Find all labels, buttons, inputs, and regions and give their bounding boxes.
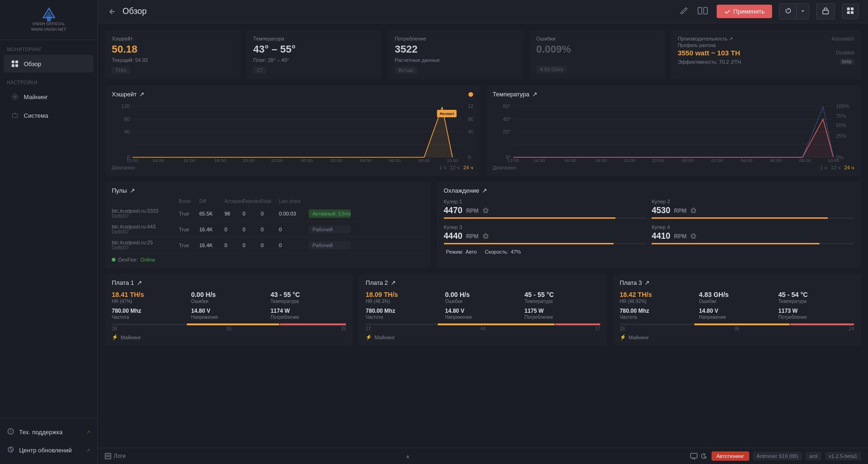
pool-headers: Boost Diff Accepted Rejected Stale Last … — [112, 199, 424, 206]
charts-row: Хэшрейт ↗ 120 80 40 — [105, 85, 861, 176]
aml-badge: aml — [806, 452, 821, 460]
cooling-mode: Режим:Авто Скорость:47% — [444, 249, 854, 255]
sidebar-item-mining[interactable]: Майнинг — [4, 88, 94, 106]
logs-button[interactable]: Логи — [105, 453, 126, 459]
header-icons — [678, 5, 710, 18]
hashrate-unit: TH/s — [112, 67, 130, 74]
sidebar-item-overview[interactable]: Обзор — [4, 55, 94, 73]
footer: Логи ▲ Автотюнинг Antminer S19 (88) aml … — [98, 448, 868, 464]
back-button[interactable] — [107, 7, 115, 16]
board-1-freq: 780.00 Mhz Частота 14.80 V Напряжение 11… — [112, 308, 346, 320]
sidebar-item-support[interactable]: ? Тех. поддержка ↗ — [0, 423, 97, 441]
updates-label: Центр обновлений — [19, 447, 72, 454]
grid-view-button[interactable] — [842, 4, 859, 19]
svg-rect-3 — [12, 61, 14, 63]
consumption-value: 3522 — [395, 43, 517, 55]
svg-text:80: 80 — [124, 117, 129, 122]
svg-text:08:00: 08:00 — [418, 158, 430, 162]
board-2-freq: 780.00 Mhz Частота 14.80 V Напряжение 11… — [366, 308, 600, 320]
board-3-bar: 28 36 24 — [620, 323, 854, 331]
lightning-icon: ⚡ — [112, 334, 118, 340]
fans-grid: Кулер 1 4470 RPM ✿ Кулер 2 — [444, 199, 854, 244]
hashrate-range-buttons: 1 ч 12 ч 24 ч — [439, 165, 473, 170]
svg-rect-17 — [847, 11, 850, 14]
edit-icon[interactable] — [678, 5, 690, 18]
hashrate-chart-dot — [468, 92, 473, 97]
hashrate-range-1h[interactable]: 1 ч — [439, 165, 446, 170]
pools-card: Пулы ↗ Boost Diff Accepted Rejected Stal… — [105, 182, 431, 268]
power-dropdown-button[interactable] — [796, 4, 809, 19]
svg-rect-4 — [15, 61, 18, 63]
board-1-title: Плата 1 ↗ — [112, 279, 346, 286]
perf-beta: beta — [840, 59, 854, 65]
consumption-title: Потребление — [395, 36, 517, 41]
hashrate-chart-body: 120 80 40 0 120 80 40 0 12:00 14:00 16:0… — [112, 101, 473, 162]
stats-row: Хэшрейт 50.18 Текущий: 54.92 TH/s Темпер… — [105, 30, 861, 80]
sidebar-item-updates[interactable]: Центр обновлений ↗ — [0, 441, 97, 459]
temperature-title: Температура — [253, 36, 375, 41]
fan-3-icon: ✿ — [482, 232, 488, 241]
svg-text:06:00: 06:00 — [770, 158, 781, 162]
board-2-footer: ⚡ Майнинг — [366, 334, 600, 340]
svg-rect-77 — [691, 453, 697, 458]
svg-rect-74 — [105, 453, 111, 459]
svg-rect-16 — [851, 7, 854, 10]
section-label-settings: Настройки — [0, 73, 97, 87]
compare-icon[interactable] — [696, 5, 710, 18]
temperature-chart-range: Диапазон: 1 ч 12 ч 24 ч — [493, 165, 854, 170]
errors-title: Ошибки — [536, 36, 658, 41]
device-badge: Antminer S19 (88) — [753, 452, 802, 460]
hashrate-card: Хэшрейт 50.18 Текущий: 54.92 TH/s — [105, 30, 241, 80]
hashrate-value: 50.18 — [112, 43, 234, 55]
svg-rect-12 — [698, 7, 702, 14]
svg-text:22:00: 22:00 — [271, 158, 283, 162]
svg-text:08:00: 08:00 — [799, 158, 811, 162]
version-badge: v1.2.5-beta1 — [825, 452, 861, 460]
fan-2: Кулер 2 4530 RPM ✿ — [651, 199, 854, 219]
sidebar-item-system[interactable]: Система — [4, 107, 94, 124]
hashrate-range-12h[interactable]: 12 ч — [450, 165, 460, 170]
svg-text:Restart: Restart — [440, 111, 454, 115]
hashrate-chart-title: Хэшрейт ↗ — [112, 91, 144, 98]
errors-value: 0.009% — [536, 43, 658, 55]
support-label: Тех. поддержка — [19, 429, 62, 436]
svg-text:04:00: 04:00 — [360, 158, 372, 162]
svg-text:04:00: 04:00 — [741, 158, 753, 162]
fan-1: Кулер 1 4470 RPM ✿ — [444, 199, 646, 219]
performance-card: Производительность ↗ Autoswitch Профиль … — [671, 30, 861, 80]
fan-4-icon: ✿ — [690, 232, 696, 241]
svg-text:14:00: 14:00 — [533, 158, 545, 162]
board-1-card: Плата 1 ↗ 18.41 TH/s HR (47%) 0.00 H/s О… — [105, 274, 353, 346]
status-icons — [690, 452, 708, 460]
svg-text:00:00: 00:00 — [682, 158, 694, 162]
fan-4: Кулер 4 4410 RPM ✿ — [651, 224, 854, 244]
fan-4-bar — [651, 243, 854, 244]
updates-ext-icon: ↗ — [86, 447, 90, 454]
boards-row: Плата 1 ↗ 18.41 TH/s HR (47%) 0.00 H/s О… — [105, 274, 861, 346]
hashrate-range-24h[interactable]: 24 ч — [463, 165, 473, 170]
power-button[interactable] — [780, 4, 796, 19]
fan-2-bar — [651, 217, 854, 219]
svg-text:10:00: 10:00 — [447, 158, 458, 162]
monitor-icon — [690, 452, 698, 460]
svg-text:20°: 20° — [503, 129, 511, 134]
apply-button[interactable]: Применить — [717, 5, 772, 18]
temperature-range-12h[interactable]: 12 ч — [831, 165, 841, 170]
grid-icon — [11, 60, 19, 68]
temperature-range-24h[interactable]: 24 ч — [844, 165, 854, 170]
svg-text:02:00: 02:00 — [331, 158, 342, 162]
moon-icon — [700, 452, 708, 460]
lock-button[interactable] — [816, 3, 835, 20]
perf-profile: Профиль разгона — [678, 43, 854, 48]
header: Обзор Применить — [98, 0, 868, 23]
logo-text: VNISH OFFICIAL WWW.VNISH.NET — [31, 21, 67, 32]
autotune-button[interactable]: Автотюнинг — [712, 451, 749, 461]
expand-icon[interactable]: ▲ — [405, 453, 411, 459]
temperature-value: 43° – 55° — [253, 43, 375, 55]
temperature-range-buttons: 1 ч 12 ч 24 ч — [820, 165, 854, 170]
section-label-monitoring: Мониторинг — [0, 40, 97, 54]
support-icon: ? — [7, 428, 14, 437]
mining-icon — [11, 93, 19, 101]
svg-text:75%: 75% — [836, 114, 846, 119]
temperature-range-1h[interactable]: 1 ч — [820, 165, 827, 170]
